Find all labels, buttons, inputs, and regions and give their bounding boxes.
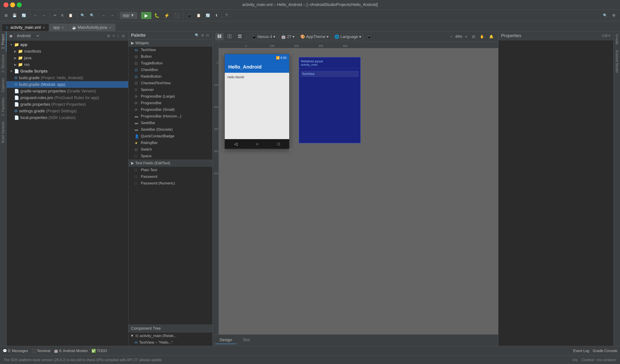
palette-item-ratingbar[interactable]: ★ RatingBar	[128, 140, 212, 146]
avd-manager-btn[interactable]: 📋	[194, 12, 203, 19]
undo-btn[interactable]: ←	[32, 12, 39, 19]
tree-item-gradle-properties[interactable]: 📄 gradle.properties (Project Properties)	[7, 101, 128, 108]
file-tab-activity-main[interactable]: 🗋 activity_main.xml ✕	[2, 24, 49, 31]
close-tab-2-icon[interactable]: ✕	[62, 26, 64, 29]
sidebar-tab-build-variants[interactable]: Build Variants	[0, 119, 6, 146]
palette-item-password[interactable]: □ Password	[128, 173, 212, 180]
minimize-button[interactable]	[10, 2, 15, 7]
palette-item-progressbar[interactable]: ⟳ ProgressBar	[128, 100, 212, 106]
theme-dropdown[interactable]: 🎨 AppTheme ▾	[298, 33, 331, 40]
palette-item-spinner[interactable]: ▽ Spinner	[128, 87, 212, 93]
project-toolbar-sort-btn[interactable]: ↕	[116, 33, 120, 39]
replace-btn[interactable]: 🔍	[88, 12, 96, 19]
sync-project-btn[interactable]: 🔄	[204, 12, 212, 19]
properties-expand-btn[interactable]: ⊡	[602, 34, 605, 38]
device-dropdown[interactable]: 📱 Nexus 4 ▾	[249, 33, 277, 40]
tree-item-local-properties[interactable]: 📄 local.properties (SDK Location)	[7, 114, 128, 121]
tree-item-res[interactable]: ▶ 📁 res	[7, 61, 128, 68]
sdk-manager-btn[interactable]: 📱	[185, 12, 194, 19]
help-btn[interactable]: ?	[224, 12, 230, 19]
save-btn[interactable]: 💾	[10, 12, 19, 19]
tree-item-build-gradle-module[interactable]: ⚙ build.gradle (Module: app)	[7, 81, 128, 88]
blueprint-textview-item[interactable]: TextView	[301, 71, 358, 77]
palette-item-checkbox[interactable]: ☑ CheckBox	[128, 67, 212, 73]
palette-item-togglebutton[interactable]: ⊡ ToggleButton	[128, 60, 212, 67]
palette-item-button[interactable]: ⊡ Button	[128, 53, 212, 60]
tree-item-build-gradle-project[interactable]: ⚙ build.gradle (Project: Hello_Android)	[7, 74, 128, 81]
copy-btn[interactable]: ⎘	[59, 12, 65, 19]
android-monitor-btn[interactable]: 🤖 6: Android Monitor	[54, 349, 88, 353]
close-tab-icon[interactable]: ✕	[43, 26, 45, 29]
phone-design-mockup[interactable]: 📶 6:00 Hello_Android Hello World!	[223, 53, 291, 150]
tree-item-proguard[interactable]: 📄 proguard-rules.pro (ProGuard Rules for…	[7, 94, 128, 101]
nav-home-btn[interactable]: ○	[256, 142, 259, 146]
tree-item-java[interactable]: ▶ 📁 java	[7, 55, 128, 61]
close-button[interactable]	[3, 2, 8, 7]
blueprint-view-btn[interactable]	[225, 33, 234, 41]
terminal-btn[interactable]: ⬛ Terminal	[32, 349, 50, 353]
zoom-out-btn[interactable]: −	[448, 34, 454, 40]
nav-overview-btn[interactable]: □	[278, 142, 280, 146]
sidebar-tab-structure[interactable]: 2: Structure	[0, 52, 6, 75]
maximize-button[interactable]	[17, 2, 22, 7]
language-dropdown[interactable]: 🌐 Language ▾	[332, 33, 363, 40]
messages-btn[interactable]: 💬 0: Messages	[3, 349, 28, 353]
design-tab-design[interactable]: Design	[215, 336, 236, 344]
sidebar-tab-project[interactable]: 1: Project	[0, 31, 6, 52]
palette-item-plaintext[interactable]: □ Plain Text	[128, 167, 212, 173]
project-toolbar-filter-btn[interactable]: ≡	[112, 33, 116, 39]
blueprint-mockup[interactable]: RelativeLayout activity_main TextView	[294, 53, 365, 148]
palette-item-seekbar-discrete[interactable]: ▬ SeekBar (Discrete)	[128, 126, 212, 133]
find-btn[interactable]: 🔍	[79, 12, 87, 19]
sync-btn[interactable]: 🔄	[20, 12, 28, 19]
palette-item-switch[interactable]: ⊡ Switch	[128, 146, 212, 153]
palette-item-checkedtextview[interactable]: ☑ CheckedTextView	[128, 80, 212, 87]
palette-item-radiobutton[interactable]: ◎ RadioButton	[128, 73, 212, 80]
fit-screen-btn[interactable]: ⊡	[470, 33, 477, 40]
paste-btn[interactable]: 📋	[66, 12, 75, 19]
palette-item-textview[interactable]: Ab TextView	[128, 47, 212, 53]
debug-btn[interactable]: 🐛	[152, 12, 161, 19]
comp-tree-item-root[interactable]: ▼ ⊞ activity_main (Relati...	[128, 332, 212, 339]
new-file-btn[interactable]: ⊞	[3, 12, 10, 19]
design-view-btn[interactable]	[215, 33, 224, 41]
tree-item-gradle-wrapper[interactable]: 📄 gradle-wrapper.properties (Gradle Vers…	[7, 88, 128, 94]
palette-item-progressbar-large[interactable]: ⟳ ProgressBar (Large)	[128, 93, 212, 100]
run-btn[interactable]: ▶	[141, 12, 152, 19]
nav-back-btn[interactable]: ←	[100, 12, 108, 19]
both-views-btn[interactable]	[236, 33, 244, 41]
palette-item-password-numeric[interactable]: □ Password (Numeric)	[128, 180, 212, 187]
todo-btn[interactable]: ✅ TODO	[92, 349, 107, 353]
zoom-in-btn[interactable]: +	[463, 34, 469, 40]
pan-mode-btn[interactable]: ✋	[478, 33, 486, 40]
redo-btn[interactable]: →	[40, 12, 48, 19]
profile-btn[interactable]: ⚡	[162, 12, 171, 19]
nav-forward-btn[interactable]: →	[108, 12, 116, 19]
tree-item-manifests[interactable]: ▶ 📁 manifests	[7, 48, 128, 55]
sidebar-tab-favorites[interactable]: 2: Favorites	[0, 95, 6, 119]
properties-settings-btn[interactable]: ⚙	[605, 34, 608, 38]
gradle-console-btn[interactable]: Gradle Console	[593, 349, 617, 353]
properties-close-btn[interactable]: ✕	[608, 34, 611, 38]
generate-signed-btn[interactable]: ⬇	[213, 12, 220, 19]
tree-item-gradle-scripts[interactable]: ▼ 📄 Gradle Scripts	[7, 68, 128, 74]
palette-item-progressbar-small[interactable]: ⟳ ProgressBar (Small)	[128, 106, 212, 113]
stop-btn[interactable]: ⬛	[172, 12, 181, 19]
sidebar-tab-gradle[interactable]: Gradle	[614, 31, 620, 47]
comp-tree-item-textview[interactable]: Ab TextView – "Hello..."	[128, 339, 212, 346]
tree-item-app[interactable]: ▼ 📁 app	[7, 41, 128, 48]
project-toolbar-settings-btn[interactable]: ⚙	[106, 33, 111, 39]
nav-back-btn[interactable]: ◁	[234, 142, 237, 146]
palette-item-space[interactable]: □ Space	[128, 153, 212, 160]
file-tab-mainactivity[interactable]: ☕ MainActivity.java ✕	[68, 24, 115, 31]
palette-item-quickcontact[interactable]: 👤 QuickContactBadge	[128, 133, 212, 140]
event-log-btn[interactable]: Event Log	[573, 349, 589, 353]
file-tab-app[interactable]: app ✕	[49, 24, 68, 31]
project-view-dropdown[interactable]: Android Project Packages	[14, 33, 40, 39]
palette-section-textfields-header[interactable]: ▶ Text Fields (EditText)	[128, 160, 212, 167]
sidebar-tab-android-model[interactable]: Android Model	[614, 47, 620, 75]
warning-btn[interactable]: 🔔	[487, 33, 496, 40]
palette-settings-btn[interactable]: ⚙	[200, 33, 205, 38]
settings-btn[interactable]: ⚙	[610, 12, 617, 19]
orientation-btn[interactable]: 📱	[365, 33, 373, 40]
